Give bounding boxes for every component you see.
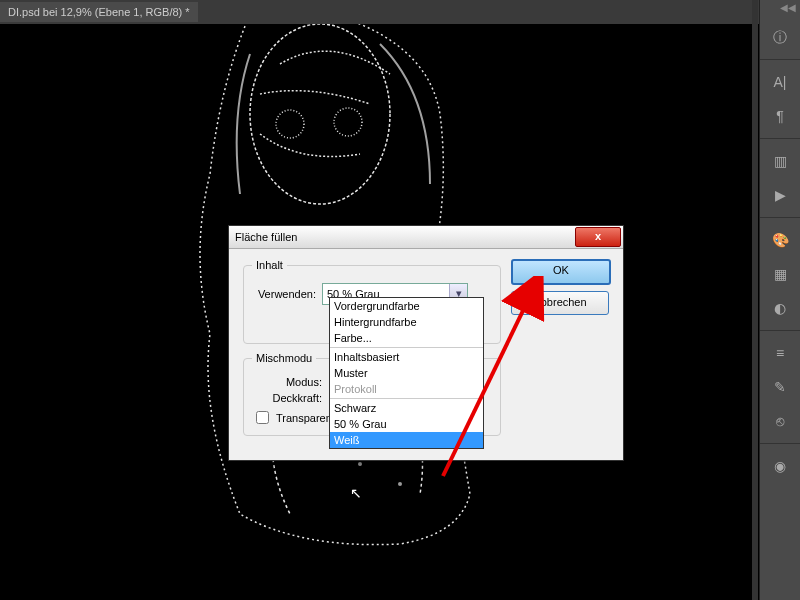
- blend-legend: Mischmodu: [252, 352, 316, 364]
- document-tab[interactable]: DI.psd bei 12,9% (Ebene 1, RGB/8) *: [0, 2, 198, 22]
- use-label: Verwenden:: [252, 288, 316, 300]
- option-50-gray[interactable]: 50 % Grau: [330, 416, 483, 432]
- palette-icon[interactable]: 🎨: [768, 228, 792, 252]
- brush-icon[interactable]: ✎: [768, 375, 792, 399]
- character-icon[interactable]: A|: [768, 70, 792, 94]
- option-foreground[interactable]: Vordergrundfarbe: [330, 298, 483, 314]
- dialog-title: Fläche füllen: [235, 231, 297, 243]
- paragraph-icon[interactable]: ¶: [768, 104, 792, 128]
- play-icon[interactable]: ▶: [768, 183, 792, 207]
- option-white[interactable]: Weiß: [330, 432, 483, 448]
- option-history: Protokoll: [330, 381, 483, 397]
- dock-divider: [752, 0, 758, 600]
- fill-dialog: Fläche füllen x OK Abbrechen Inhalt Verw…: [228, 225, 624, 461]
- content-legend: Inhalt: [252, 259, 287, 271]
- right-panel: ◀◀ ⓘ A| ¶ ▥ ▶ 🎨 ▦ ◐ ≡ ✎ ⎋ ◉: [759, 0, 800, 600]
- swatches-icon[interactable]: ▦: [768, 262, 792, 286]
- mode-label: Modus:: [252, 376, 322, 388]
- dialog-titlebar[interactable]: Fläche füllen x: [229, 226, 623, 249]
- close-icon[interactable]: x: [575, 227, 621, 247]
- clone-icon[interactable]: ◉: [768, 454, 792, 478]
- svg-point-9: [398, 482, 402, 486]
- option-content-aware[interactable]: Inhaltsbasiert: [330, 349, 483, 365]
- opacity-label: Deckkraft:: [252, 392, 322, 404]
- histogram-icon[interactable]: ▥: [768, 149, 792, 173]
- layers-icon[interactable]: ≡: [768, 341, 792, 365]
- option-color[interactable]: Farbe...: [330, 330, 483, 346]
- adjustments-icon[interactable]: ◐: [768, 296, 792, 320]
- ok-button[interactable]: OK: [511, 259, 611, 285]
- svg-point-8: [358, 462, 362, 466]
- info-icon[interactable]: ⓘ: [768, 25, 792, 49]
- photoshop-window: DI.psd bei 12,9% (Ebene 1, RGB/8) * ◀◀ ⓘ…: [0, 0, 800, 600]
- use-dropdown-list: Vordergrundfarbe Hintergrundfarbe Farbe.…: [329, 297, 484, 449]
- transparency-checkbox[interactable]: [256, 411, 269, 424]
- option-pattern[interactable]: Muster: [330, 365, 483, 381]
- cancel-button[interactable]: Abbrechen: [511, 291, 609, 315]
- option-background[interactable]: Hintergrundfarbe: [330, 314, 483, 330]
- tool-icon[interactable]: ⎋: [768, 409, 792, 433]
- transparency-label: Transparen: [276, 412, 332, 424]
- cursor-icon: ↖: [350, 485, 362, 501]
- option-black[interactable]: Schwarz: [330, 400, 483, 416]
- document-tab-bar: DI.psd bei 12,9% (Ebene 1, RGB/8) *: [0, 0, 800, 24]
